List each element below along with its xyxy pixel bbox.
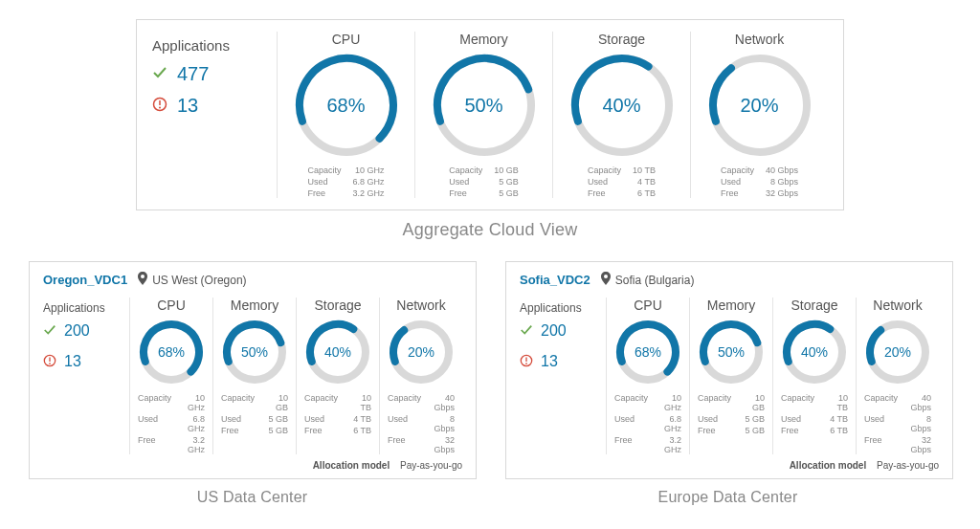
datacenter-link[interactable]: Oregon_VDC1 [43,273,127,287]
used-value: 5 GB [266,414,288,424]
gauge-percent: 50% [718,344,745,360]
gauge-details: Capacity10 TB Used4 TB Free6 TB [781,393,848,435]
used-value: 8 Gbps [766,177,798,187]
datacenter-location: Sofia (Bulgaria) [600,272,695,288]
gauge-percent: 68% [158,344,185,360]
gauge-details: Capacity10 GB Used5 GB Free5 GB [423,165,545,198]
used-label: Used [781,414,814,424]
free-label: Free [138,435,171,454]
alert-icon [43,354,56,370]
capacity-label: Capacity [307,165,341,175]
gauge-memory: Memory 50% Capacity10 GB Used5 GB Free5 … [414,32,552,198]
gauge-network: Network 20% Capacity40 Gbps Used8 Gbps F… [856,298,939,454]
gauge-title: Network [699,32,820,47]
capacity-value: 40 Gbps [909,393,931,412]
used-label: Used [721,177,754,187]
alert-icon [152,97,167,115]
capacity-value: 10 TB [633,165,656,175]
applications-alert-row: 13 [43,353,129,370]
capacity-label: Capacity [614,393,648,412]
gauge-chart: 40% [569,53,675,158]
location-pin-icon [137,272,148,288]
gauge-cpu: CPU 68% Capacity10 GHz Used6.8 GHz Free3… [129,298,212,454]
capacity-label: Capacity [449,165,482,175]
gauge-storage: Storage 40% Capacity10 TB Used4 TB Free6… [552,32,690,198]
used-value: 4 TB [349,414,371,424]
gauge-percent: 40% [602,95,640,117]
alert-icon [520,354,533,370]
applications-ok-row: 200 [520,322,606,340]
gauge-title: Memory [221,298,288,313]
free-value: 32 Gbps [909,435,931,454]
gauge-percent: 40% [324,344,351,360]
gauge-percent: 50% [241,344,268,360]
free-label: Free [388,435,421,454]
free-value: 5 GB [494,188,519,198]
datacenter-location: US West (Oregon) [137,272,246,288]
gauge-details: Capacity10 GB Used5 GB Free5 GB [698,393,765,435]
allocation-model-row: Allocation model Pay-as-you-go [520,460,939,471]
gauge-title: Network [864,298,931,313]
gauge-memory: Memory 50% Capacity10 GB Used5 GB Free5 … [689,298,772,454]
used-value: 8 Gbps [909,414,931,433]
used-label: Used [449,177,482,187]
free-label: Free [781,426,814,435]
gauge-title: CPU [285,32,407,47]
capacity-value: 10 GHz [659,393,681,412]
gauge-chart: 40% [304,319,371,386]
applications-alert-count: 13 [64,353,81,370]
svg-point-2 [159,107,161,109]
used-label: Used [304,414,338,424]
allocation-model-value: Pay-as-you-go [400,460,462,471]
used-value: 5 GB [494,177,519,187]
capacity-value: 10 GHz [353,165,385,175]
gauge-title: Storage [304,298,371,313]
gauge-details: Capacity10 TB Used4 TB Free6 TB [561,165,682,198]
applications-ok-row: 477 [152,63,277,85]
applications-column: Applications 477 13 [152,32,277,126]
allocation-model-label: Allocation model [313,460,390,471]
gauge-chart: 20% [388,319,455,386]
gauge-title: Memory [423,32,545,47]
capacity-label: Capacity [781,393,814,412]
capacity-value: 10 GHz [183,393,205,412]
location-text: US West (Oregon) [152,274,246,287]
allocation-model-label: Allocation model [790,460,867,471]
used-value: 6.8 GHz [659,414,681,433]
capacity-label: Capacity [304,393,338,412]
gauge-title: Storage [781,298,848,313]
gauge-percent: 68% [635,344,661,360]
applications-column: Applications 200 13 [520,298,606,384]
used-label: Used [614,414,648,433]
applications-label: Applications [43,301,129,315]
applications-label: Applications [520,301,606,315]
svg-point-23 [604,275,608,278]
location-text: Sofia (Bulgaria) [615,274,695,287]
check-icon [520,323,533,340]
free-label: Free [449,188,482,198]
capacity-value: 40 Gbps [433,393,455,412]
gauge-chart: 50% [698,319,765,386]
datacenter-link[interactable]: Sofia_VDC2 [520,273,590,287]
free-value: 32 Gbps [766,188,798,198]
free-label: Free [307,188,341,198]
svg-point-11 [141,275,145,278]
free-label: Free [614,435,648,454]
gauge-title: Memory [698,298,765,313]
used-value: 5 GB [743,414,765,424]
used-value: 4 TB [826,414,848,424]
svg-point-14 [49,363,51,364]
capacity-value: 10 GB [266,393,288,412]
capacity-value: 10 TB [826,393,848,412]
gauge-details: Capacity10 GB Used5 GB Free5 GB [221,393,288,435]
applications-label: Applications [152,37,277,54]
gauge-percent: 68% [326,95,365,117]
gauge-details: Capacity10 TB Used4 TB Free6 TB [304,393,371,435]
gauge-chart: 68% [294,53,399,158]
gauge-details: Capacity10 GHz Used6.8 GHz Free3.2 GHz [614,393,681,454]
capacity-value: 10 GB [494,165,519,175]
datacenter-panel-us: Oregon_VDC1 US West (Oregon) Application… [29,261,477,479]
applications-column: Applications 200 13 [43,298,129,384]
gauge-memory: Memory 50% Capacity10 GB Used5 GB Free5 … [212,298,296,454]
gauge-network: Network 20% Capacity40 Gbps Used8 Gbps F… [379,298,462,454]
